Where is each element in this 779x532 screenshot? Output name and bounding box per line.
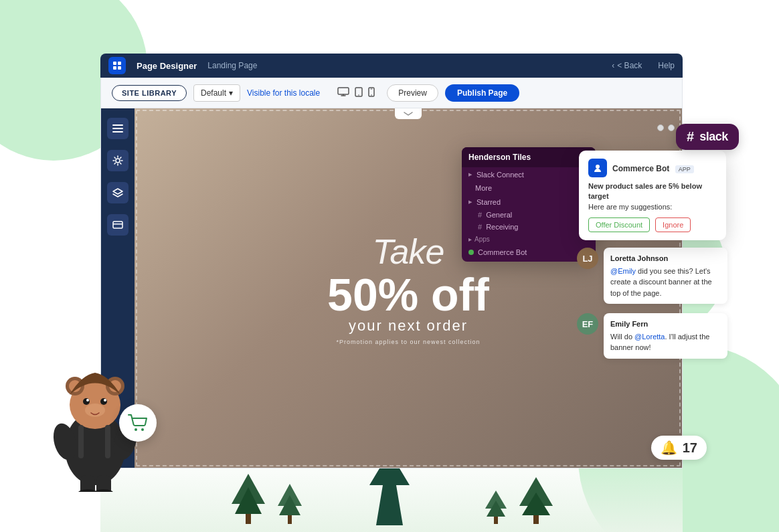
slack-channel-receiving[interactable]: # Receiving xyxy=(462,221,596,233)
commerce-bot-name-area: Commerce Bot APP xyxy=(612,162,694,174)
tablet-icon[interactable] xyxy=(355,87,363,99)
svg-point-28 xyxy=(104,399,106,402)
slack-item-starred[interactable]: ▸ Starred xyxy=(462,195,596,209)
svg-point-13 xyxy=(116,159,120,163)
sidebar-icon-layers[interactable] xyxy=(107,182,128,203)
hash-icon: # xyxy=(478,211,482,219)
svg-rect-48 xyxy=(533,515,539,524)
page-designer-toolbar: SITE LIBRARY Default ▾ Visible for this … xyxy=(100,78,683,108)
svg-rect-2 xyxy=(113,66,116,70)
online-indicator xyxy=(468,250,474,255)
emily-avatar: EF xyxy=(577,313,598,335)
emily-bubble: Emily Fern Will do @Loretta. I'll adjust… xyxy=(604,313,727,359)
svg-rect-31 xyxy=(78,425,84,458)
shopping-cart-badge xyxy=(119,404,157,442)
svg-rect-42 xyxy=(246,514,251,524)
hash-icon-2: # xyxy=(478,223,482,231)
page-designer-breadcrumb: Landing Page xyxy=(207,61,257,70)
svg-rect-32 xyxy=(105,425,110,458)
loretta-name: Loretta Johnson xyxy=(610,253,721,264)
svg-point-6 xyxy=(358,94,359,96)
preview-button[interactable]: Preview xyxy=(387,84,438,102)
chat-message-loretta: LJ Loretta Johnson @Emily did you see th… xyxy=(577,248,731,304)
slack-logo-badge: # slack xyxy=(676,124,739,150)
svg-rect-51 xyxy=(494,517,498,524)
visible-locale-button[interactable]: Visible for this locale xyxy=(247,88,320,98)
slack-channel-general[interactable]: # General xyxy=(462,209,596,221)
sidebar-icon-list[interactable] xyxy=(107,118,128,139)
svg-point-36 xyxy=(93,489,114,492)
banner-order-text: your next order xyxy=(349,317,468,335)
svg-point-37 xyxy=(135,428,137,431)
publish-button[interactable]: Publish Page xyxy=(445,84,519,102)
slack-commerce-bot-item[interactable]: Commerce Bot xyxy=(462,246,596,262)
slack-workspace-header[interactable]: Henderson Tiles ▼ xyxy=(462,147,596,167)
commerce-bot-name: Commerce Bot xyxy=(612,164,669,173)
chat-messages-panel: LJ Loretta Johnson @Emily did you see th… xyxy=(577,248,731,368)
help-link[interactable]: Help xyxy=(658,61,675,70)
window-controls xyxy=(657,124,675,131)
site-library-button[interactable]: SITE LIBRARY xyxy=(112,85,187,101)
score-number: 17 xyxy=(683,440,697,456)
mobile-icon[interactable] xyxy=(368,87,375,99)
emily-message: Will do @Loretta. I'll adjust the banner… xyxy=(610,333,709,352)
svg-rect-0 xyxy=(113,62,116,65)
svg-rect-12 xyxy=(112,131,123,132)
svg-point-8 xyxy=(371,94,372,96)
slack-logo-text: slack xyxy=(699,130,728,144)
commerce-bot-message: New product sales are 5% below target He… xyxy=(588,181,717,212)
svg-rect-3 xyxy=(118,66,121,70)
page-designer-title: Page Designer xyxy=(137,61,197,71)
loretta-avatar: LJ xyxy=(577,248,598,269)
desktop-icon[interactable] xyxy=(337,87,349,99)
svg-rect-4 xyxy=(338,88,349,94)
slack-workspace-name: Henderson Tiles xyxy=(468,153,531,162)
loretta-bubble: Loretta Johnson @Emily did you see this?… xyxy=(604,248,727,304)
sidebar-icon-card[interactable] xyxy=(107,214,128,236)
score-icon: 🔔 xyxy=(661,440,677,456)
svg-rect-14 xyxy=(113,221,122,228)
svg-point-38 xyxy=(141,428,144,431)
svg-rect-45 xyxy=(288,515,292,524)
dropdown-arrow-icon: ▾ xyxy=(229,88,233,98)
page-designer-header: Page Designer Landing Page ‹ < Back Help xyxy=(100,54,683,78)
loretta-message: @Emily did you see this? Let's create a … xyxy=(610,267,712,297)
banner-promo-text: *Promotion applies to our newest collect… xyxy=(336,339,480,345)
back-arrow-icon: ‹ xyxy=(612,61,614,70)
device-switcher xyxy=(337,87,375,99)
banner-take-text: Take xyxy=(373,232,444,272)
slack-channel-panel: Henderson Tiles ▼ ▸ Slack Connect More ▸… xyxy=(462,147,596,262)
commerce-bot-card: Commerce Bot APP New product sales are 5… xyxy=(579,151,726,240)
slack-hash-icon: # xyxy=(687,129,694,145)
svg-point-26 xyxy=(100,398,107,405)
svg-rect-10 xyxy=(112,124,123,126)
slack-item-slackconnect[interactable]: ▸ Slack Connect xyxy=(462,167,596,181)
banner-percent-text: 50% off xyxy=(327,272,489,317)
slack-apps-section[interactable]: ▸ Apps xyxy=(462,233,596,246)
slack-item-more[interactable]: More xyxy=(462,181,596,195)
svg-rect-9 xyxy=(371,89,373,90)
emily-name: Emily Fern xyxy=(610,319,721,330)
ignore-button[interactable]: Ignore xyxy=(655,217,691,232)
offer-discount-button[interactable]: Offer Discount xyxy=(588,217,650,232)
svg-point-16 xyxy=(596,165,600,169)
pd-logo-icon xyxy=(108,57,126,74)
svg-rect-11 xyxy=(112,128,123,129)
commerce-bot-actions: Offer Discount Ignore xyxy=(588,217,717,232)
svg-rect-15 xyxy=(113,224,122,225)
window-maximize-button[interactable] xyxy=(668,124,675,131)
commerce-bot-header: Commerce Bot APP xyxy=(588,159,717,177)
chat-message-emily: EF Emily Fern Will do @Loretta. I'll adj… xyxy=(577,313,731,359)
svg-point-27 xyxy=(86,399,89,402)
back-button[interactable]: ‹ < Back xyxy=(612,61,642,70)
window-minimize-button[interactable] xyxy=(657,124,664,131)
score-badge: 🔔 17 xyxy=(651,436,707,460)
default-dropdown[interactable]: Default ▾ xyxy=(193,84,240,102)
app-badge: APP xyxy=(675,165,694,173)
svg-point-25 xyxy=(83,398,90,405)
sidebar-icon-settings[interactable] xyxy=(107,150,128,171)
svg-rect-1 xyxy=(118,62,121,65)
commerce-bot-avatar xyxy=(588,159,607,177)
